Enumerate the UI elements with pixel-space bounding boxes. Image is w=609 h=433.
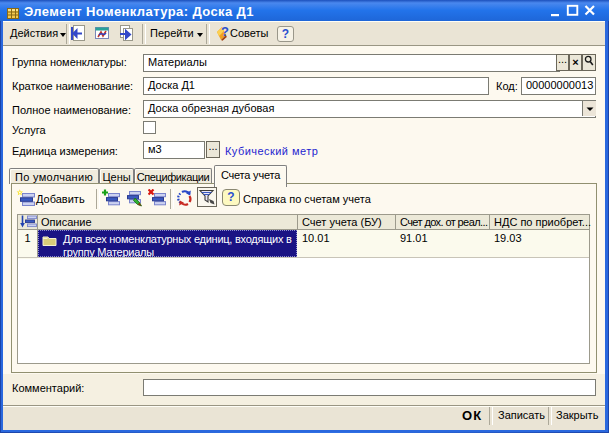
svg-text:?: ? [221,25,229,39]
